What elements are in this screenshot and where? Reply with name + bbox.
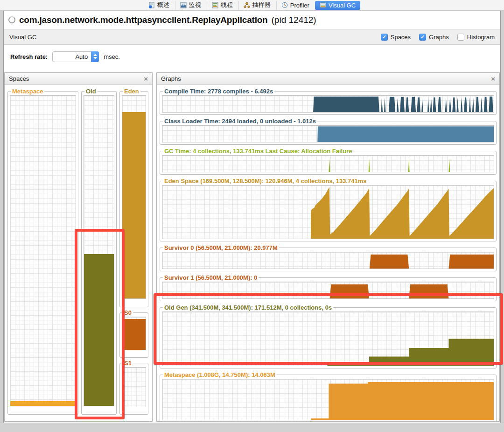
- refresh-rate-label: Refresh rate:: [10, 53, 48, 60]
- tab-threads[interactable]: 线程: [207, 1, 238, 10]
- tab-sampler[interactable]: 抽样器: [238, 1, 275, 10]
- old-space-label: Old: [84, 88, 98, 95]
- survivor0-chart: Survivor 0 (56.500M, 21.000M): 20.977M: [160, 244, 497, 271]
- refresh-rate-value: Auto: [56, 53, 91, 60]
- overview-icon: [148, 2, 155, 8]
- monitor-icon: [180, 2, 187, 8]
- s0-space: S0: [119, 309, 148, 358]
- compile-time-plot: [162, 95, 494, 113]
- survivor0-plot: [162, 252, 494, 269]
- s1-space-plot: [122, 367, 146, 407]
- checkbox-label: Histogram: [467, 34, 495, 41]
- title-row: com.jason.network.mode.httpasyncclient.R…: [4, 11, 500, 29]
- metaspace-space-fill: [10, 401, 76, 406]
- s0-space-fill: [122, 319, 146, 350]
- spaces-panel-header: Spaces ×: [5, 73, 152, 85]
- compile-time-chart: Compile Time: 2778 compiles - 6.492s: [160, 88, 497, 115]
- sampler-icon: [244, 2, 250, 8]
- tab-overview[interactable]: 概述: [144, 1, 174, 10]
- spaces-checkbox[interactable]: ✓ Spaces: [381, 34, 411, 41]
- visualvm-window: 概述 监视 线程 抽样器 Profiler Visual GC com.jaso…: [0, 0, 504, 432]
- refresh-rate-select[interactable]: Auto: [52, 51, 99, 62]
- metaspace-graph-plot: [162, 379, 494, 420]
- tab-profiler[interactable]: Profiler: [276, 1, 314, 10]
- view-toggles: ✓ Spaces ✓ Graphs Histogram: [381, 34, 495, 41]
- eden-space: Eden: [119, 88, 148, 307]
- class-loader-time-chart: Class Loader Time: 2494 loaded, 0 unload…: [160, 118, 497, 145]
- survivor0-chart-title: Survivor 0 (56.500M, 21.000M): 20.977M: [163, 244, 279, 251]
- chart-area: [162, 379, 494, 420]
- graphs-panel-title: Graphs: [161, 75, 491, 82]
- checkbox-check-icon: ✓: [419, 34, 426, 41]
- graphs-panel-body: Compile Time: 2778 compiles - 6.492s Cla…: [157, 85, 499, 421]
- old-gen-chart-title: Old Gen (341.500M, 341.500M): 171.512M, …: [163, 304, 333, 311]
- chart-area: [162, 185, 494, 239]
- metaspace-chart-title: Metaspace (1.008G, 14.750M): 14.063M: [163, 371, 277, 378]
- gc-time-chart-title: GC Time: 4 collections, 133.741ms Last C…: [163, 148, 353, 155]
- gc-time-chart: GC Time: 4 collections, 133.741ms Last C…: [160, 148, 497, 175]
- spaces-panel-body: Metaspace Old: [5, 85, 152, 421]
- s0-space-plot: [122, 317, 146, 350]
- tab-label: 线程: [221, 1, 233, 9]
- close-icon[interactable]: ×: [144, 75, 148, 82]
- old-space-fill: [84, 254, 114, 406]
- close-icon[interactable]: ×: [491, 75, 495, 82]
- compile-time-chart-title: Compile Time: 2778 compiles - 6.492s: [163, 88, 274, 95]
- tab-monitor[interactable]: 监视: [175, 1, 206, 10]
- tab-label: 概述: [157, 1, 169, 9]
- toolbar-title: Visual GC: [9, 34, 381, 41]
- metaspace-space: Metaspace: [7, 88, 78, 415]
- gc-time-plot: [162, 155, 494, 172]
- s1-space: S1: [119, 360, 148, 415]
- s0-space-label: S0: [123, 309, 133, 316]
- tab-label: 监视: [189, 1, 201, 9]
- survivor1-chart-title: Survivor 1 (56.500M, 21.000M): 0: [163, 274, 259, 281]
- graphs-panel-header: Graphs ×: [157, 73, 499, 85]
- status-bar: [0, 423, 504, 432]
- histogram-checkbox[interactable]: Histogram: [457, 34, 495, 41]
- tab-label: Profiler: [290, 2, 309, 9]
- checkbox-check-icon: ✓: [381, 34, 388, 41]
- stepper-icon[interactable]: [91, 51, 99, 62]
- visualgc-toolbar: Visual GC ✓ Spaces ✓ Graphs Histogram: [4, 29, 500, 45]
- chart-area: [162, 156, 494, 172]
- app-spinner-icon: [8, 16, 15, 23]
- checkbox-label: Spaces: [391, 34, 411, 41]
- graphs-checkbox[interactable]: ✓ Graphs: [419, 34, 449, 41]
- tab-bar: 概述 监视 线程 抽样器 Profiler Visual GC: [0, 0, 504, 11]
- survivor1-chart: Survivor 1 (56.500M, 21.000M): 0: [160, 274, 497, 301]
- survivor1-plot: [162, 282, 494, 299]
- old-space-plot: [84, 95, 114, 406]
- eden-space-chart-title: Eden Space (169.500M, 128.500M): 120.946…: [163, 177, 368, 184]
- graphs-panel: Graphs × Compile Time: 2778 compiles - 6…: [156, 72, 500, 422]
- chart-area: [162, 96, 494, 112]
- pid-label: (pid 12412): [272, 15, 316, 25]
- refresh-rate-row: Refresh rate: Auto msec.: [4, 45, 500, 68]
- tab-visual-gc[interactable]: Visual GC: [315, 1, 360, 10]
- eden-space-fill: [122, 112, 146, 298]
- eden-space-plot: [122, 95, 146, 299]
- eden-space-graph-plot: [162, 185, 494, 239]
- profiler-icon: [281, 2, 288, 8]
- old-space: Old: [81, 88, 117, 415]
- chart-area: [162, 252, 494, 269]
- chart-area: [162, 282, 494, 298]
- eden-space-label: Eden: [123, 88, 140, 95]
- old-gen-plot: [162, 312, 494, 366]
- old-gen-chart: Old Gen (341.500M, 341.500M): 171.512M, …: [160, 304, 497, 368]
- chart-area: [162, 126, 494, 142]
- tab-label: Visual GC: [329, 2, 356, 9]
- class-loader-time-plot: [162, 125, 494, 142]
- visualgc-icon: [320, 2, 326, 8]
- threads-icon: [212, 2, 218, 8]
- class-loader-time-chart-title: Class Loader Time: 2494 loaded, 0 unload…: [163, 118, 317, 125]
- metaspace-space-label: Metaspace: [11, 88, 44, 95]
- metaspace-space-plot: [10, 95, 76, 406]
- checkbox-check-icon: [457, 34, 464, 41]
- checkbox-label: Graphs: [429, 34, 449, 41]
- eden-space-chart: Eden Space (169.500M, 128.500M): 120.946…: [160, 177, 497, 241]
- spaces-panel-title: Spaces: [9, 75, 144, 82]
- main-area: Spaces × Metaspace Old: [4, 72, 500, 422]
- chart-area: [162, 312, 494, 366]
- metaspace-chart: Metaspace (1.008G, 14.750M): 14.063M: [160, 371, 497, 421]
